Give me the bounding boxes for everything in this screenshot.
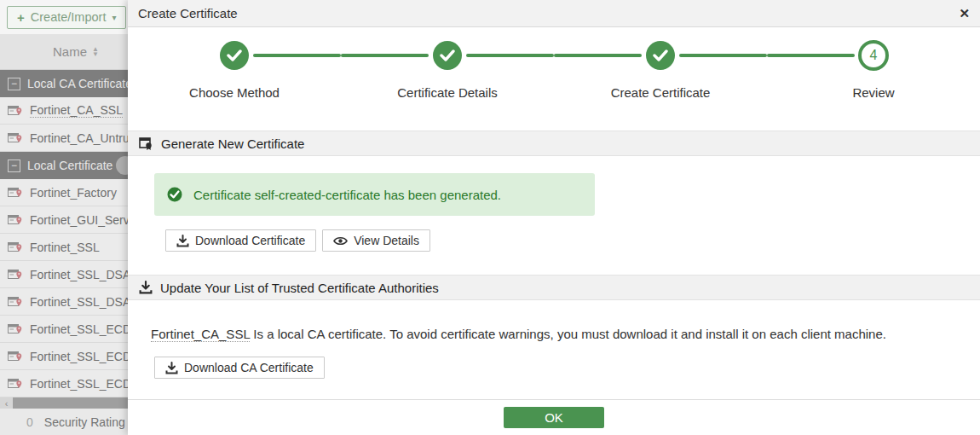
download-icon [176, 235, 189, 247]
count-badge [116, 156, 128, 175]
alert-message: Certificate self-created-certificate has… [193, 188, 501, 202]
plus-icon: + [17, 10, 25, 25]
group-label: Local Certificate [27, 159, 112, 172]
eye-icon [333, 235, 348, 246]
cert-name: Fortinet_Factory [30, 186, 117, 200]
download-ca-certificate-button[interactable]: Download CA Certificate [154, 357, 325, 379]
table-row[interactable]: Fortinet_SSL_DSA2048 [0, 288, 128, 316]
cert-name: Fortinet_CA_Untrusted [30, 131, 128, 145]
cert-name: Fortinet_CA_SSL [30, 103, 123, 118]
certificate-pin-icon [8, 241, 23, 254]
create-import-button[interactable]: + Create/Import ▾ [7, 6, 126, 29]
wizard-stepper: Choose Method Certificate Details Create… [128, 27, 980, 100]
section-generate-new-certificate: Generate New Certificate [128, 130, 980, 156]
certificate-pin-icon [8, 377, 23, 391]
step-check-icon [646, 41, 675, 70]
table-row[interactable]: Fortinet_GUI_Server [0, 206, 128, 234]
table-row[interactable]: Fortinet_Factory [0, 179, 128, 206]
security-rating-statusbar[interactable]: 0 Security Rating Issues [0, 409, 128, 435]
table-row[interactable]: Fortinet_SSL_ECDSA256 [0, 316, 128, 343]
step-choose-method: Choose Method [128, 39, 341, 100]
section-title: Update Your List of Trusted Certificate … [160, 281, 439, 295]
certificate-pin-icon [8, 295, 23, 309]
certificate-pin-icon [8, 186, 23, 200]
scrollbar-thumb[interactable] [13, 397, 128, 409]
section-update-trusted-cas: Update Your List of Trusted Certificate … [128, 275, 980, 300]
download-certificate-button[interactable]: Download Certificate [165, 229, 316, 252]
download-icon [165, 362, 178, 374]
table-row[interactable]: Fortinet_SSL_DSA1024 [0, 261, 128, 288]
cert-name: Fortinet_SSL [30, 241, 100, 254]
table-row[interactable]: Fortinet_SSL_ECDSA384 [0, 343, 128, 370]
collapse-minus-icon[interactable]: − [8, 160, 20, 172]
step-create-certificate: Create Certificate [554, 39, 767, 100]
certificate-pin-icon [8, 213, 23, 227]
scroll-left-icon[interactable]: ‹ [0, 397, 13, 409]
view-details-button[interactable]: View Details [322, 229, 430, 252]
certificates-toolbar: + Create/Import ▾ [0, 0, 128, 34]
cert-name: Fortinet_SSL_ECDSA384 [30, 350, 128, 363]
certificate-pin-icon [8, 322, 23, 336]
group-row-local-ca-certificate[interactable]: − Local CA Certificate [0, 70, 128, 97]
download-icon [139, 281, 153, 294]
table-row[interactable]: Fortinet_CA_Untrusted [0, 125, 128, 152]
step-label: Certificate Details [341, 85, 554, 100]
certificates-table-panel: + Create/Import ▾ Name ▲▼ − Local CA Cer… [0, 0, 128, 435]
success-check-icon [167, 187, 182, 202]
issue-count: 0 [26, 415, 33, 429]
create-certificate-modal: Create Certificate ✕ Choose Method Certi… [128, 0, 980, 435]
success-alert: Certificate self-created-certificate has… [154, 173, 595, 216]
step-label: Create Certificate [554, 85, 767, 100]
step-label: Choose Method [128, 85, 341, 100]
modal-header: Create Certificate ✕ [128, 0, 980, 27]
certificate-pin-icon [8, 131, 23, 145]
certificate-pin-icon [8, 104, 23, 118]
ca-note-text: Fortinet_CA_SSL Is a local CA certificat… [151, 327, 980, 341]
table-row[interactable]: Fortinet_SSL_ECDSA521 [0, 370, 128, 397]
ca-cert-name: Fortinet_CA_SSL [151, 327, 250, 342]
collapse-minus-icon[interactable]: − [8, 78, 20, 90]
section-title: Generate New Certificate [161, 136, 304, 151]
cert-name: Fortinet_SSL_ECDSA521 [30, 377, 128, 391]
caret-down-icon: ▾ [112, 13, 116, 22]
step-check-icon [220, 41, 249, 70]
table-row[interactable]: Fortinet_CA_SSL [0, 97, 128, 125]
step-number-badge: 4 [858, 40, 889, 71]
certificate-pin-icon [8, 268, 23, 281]
horizontal-scrollbar[interactable]: ‹ [0, 397, 128, 409]
status-label: Security Rating Issues [44, 415, 128, 429]
step-label: Review [767, 85, 980, 100]
step-check-icon [433, 41, 462, 70]
name-header-label: Name [53, 44, 87, 59]
certificate-icon [139, 136, 153, 151]
cert-name: Fortinet_SSL_ECDSA256 [30, 322, 128, 336]
certificate-pin-icon [8, 350, 23, 363]
create-import-label: Create/Import [31, 10, 107, 24]
sort-icon[interactable]: ▲▼ [92, 47, 99, 57]
name-column-header[interactable]: Name ▲▼ [0, 34, 128, 70]
cert-name: Fortinet_GUI_Server [30, 213, 128, 227]
cert-name: Fortinet_SSL_DSA2048 [30, 295, 128, 309]
modal-title: Create Certificate [138, 6, 238, 20]
modal-footer: OK [128, 399, 980, 435]
cert-name: Fortinet_SSL_DSA1024 [30, 268, 128, 281]
step-certificate-details: Certificate Details [341, 39, 554, 100]
group-row-local-certificate[interactable]: − Local Certificate [0, 152, 128, 179]
ok-button[interactable]: OK [504, 407, 604, 428]
table-row[interactable]: Fortinet_SSL [0, 234, 128, 261]
close-icon[interactable]: ✕ [959, 6, 970, 21]
group-label: Local CA Certificate [27, 77, 128, 90]
step-review: 4 Review [767, 39, 980, 100]
ca-note-body: Is a local CA certificate. To avoid cert… [253, 327, 886, 341]
